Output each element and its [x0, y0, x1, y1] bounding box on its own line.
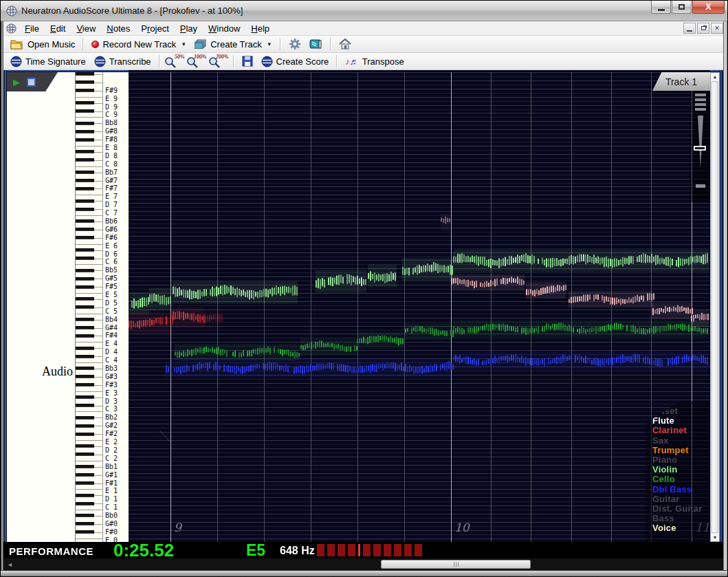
piano-key-black[interactable]	[76, 465, 94, 468]
piano-key-black[interactable]	[76, 101, 94, 105]
play-button[interactable]: ▶	[13, 77, 20, 87]
piano-key-black[interactable]	[76, 109, 94, 113]
piano-key-black[interactable]	[76, 424, 94, 428]
piano-key-black[interactable]	[76, 89, 94, 92]
menu-item-play[interactable]: Play	[175, 22, 203, 35]
home-button[interactable]	[335, 37, 355, 51]
piano-key-black[interactable]	[76, 473, 94, 477]
open-music-button[interactable]: Open Music	[6, 38, 79, 51]
piano-key-black[interactable]	[76, 404, 94, 407]
time-signature-button[interactable]: Time Signature	[6, 54, 90, 69]
piano-key-black[interactable]	[76, 277, 94, 281]
piano-key-black[interactable]	[76, 130, 94, 133]
help-book-button[interactable]	[305, 37, 327, 51]
legend-item-piano[interactable]: Piano	[652, 455, 710, 465]
create-track-button[interactable]: Create Track ▼	[190, 38, 276, 51]
minimize-button[interactable]	[651, 1, 671, 14]
stop-button[interactable]	[27, 78, 36, 87]
piano-key-black[interactable]	[76, 453, 94, 456]
piano-key-black[interactable]	[76, 248, 94, 252]
playback-fader[interactable]	[691, 91, 710, 202]
piano-key-black[interactable]	[76, 236, 94, 239]
close-button[interactable]: X	[692, 1, 725, 14]
fader-handle[interactable]	[694, 146, 706, 151]
piano-key-black[interactable]	[76, 257, 94, 260]
title-bar[interactable]: Neuratron AudioScore Ultimate 8 - [Proko…	[1, 1, 728, 21]
piano-key-black[interactable]	[76, 297, 94, 301]
legend-item-flute[interactable]: Flute	[652, 416, 710, 426]
horizontal-scrollbar-thumb[interactable]	[381, 560, 531, 569]
piano-key-black[interactable]	[76, 522, 94, 525]
record-new-track-button[interactable]: Record New Track ▼	[87, 38, 190, 51]
piano-key-black[interactable]	[76, 158, 94, 162]
scroll-left-icon[interactable]: ◄	[7, 561, 13, 568]
piano-key-black[interactable]	[76, 433, 94, 436]
piano-key-black[interactable]	[76, 375, 94, 378]
horizontal-scrollbar[interactable]: ◄	[3, 558, 723, 570]
legend-item-dist-guitar[interactable]: Dist. Guitar	[652, 504, 710, 514]
maximize-button[interactable]	[672, 1, 692, 14]
piano-key-black[interactable]	[76, 334, 94, 338]
zoom-100percent-button[interactable]: 100%	[186, 54, 207, 69]
piano-key-black[interactable]	[76, 285, 94, 289]
piano-key-black[interactable]	[76, 326, 94, 329]
transcribe-button[interactable]: Transcribe	[90, 54, 155, 69]
menu-item-edit[interactable]: Edit	[45, 22, 71, 35]
piano-key-black[interactable]	[76, 122, 94, 125]
piano-key-black[interactable]	[76, 416, 94, 420]
legend-item-trumpet[interactable]: Trumpet	[652, 446, 710, 455]
menu-item-view[interactable]: View	[71, 22, 101, 35]
legend-item-dbl-bass[interactable]: Dbl Bass	[652, 485, 710, 494]
piano-key-black[interactable]	[76, 514, 94, 517]
piano-key-black[interactable]	[76, 138, 94, 142]
legend-item-sax[interactable]: Sax	[652, 436, 710, 446]
menu-item-project[interactable]: Project	[135, 22, 174, 35]
piano-key-black[interactable]	[76, 179, 94, 182]
menu-item-window[interactable]: Window	[203, 22, 245, 35]
piano-roll-canvas[interactable]	[129, 72, 710, 542]
piano-key-black[interactable]	[76, 494, 94, 497]
legend-item-cello[interactable]: Cello	[652, 475, 710, 484]
legend-item-guitar[interactable]: Guitar	[652, 494, 710, 504]
save-button[interactable]	[238, 54, 257, 68]
piano-key-black[interactable]	[76, 199, 94, 203]
legend-item-clarinet[interactable]: Clarinet	[652, 426, 710, 435]
piano-keyboard[interactable]	[75, 72, 102, 542]
document-restore-button[interactable]	[697, 23, 709, 34]
piano-key-black[interactable]	[76, 187, 94, 190]
scroll-up-icon[interactable]: ▲	[711, 74, 719, 79]
document-close-button[interactable]: ✕	[711, 23, 723, 34]
menu-item-notes[interactable]: Notes	[101, 22, 135, 35]
document-icon[interactable]	[6, 23, 16, 34]
legend-item-voice[interactable]: Voice	[652, 523, 710, 533]
vertical-scrollbar[interactable]: ▲ ▼	[710, 72, 720, 542]
track-tab[interactable]: Track 1	[652, 72, 710, 91]
piano-key-black[interactable]	[76, 318, 94, 321]
piano-key-black[interactable]	[76, 444, 94, 448]
piano-key-black[interactable]	[76, 72, 94, 76]
zoom-200percent-button[interactable]: 200%	[208, 54, 229, 69]
piano-key-black[interactable]	[76, 502, 94, 505]
piano-key-black[interactable]	[76, 80, 94, 84]
piano-key-black[interactable]	[76, 171, 94, 174]
scroll-down-icon[interactable]: ▼	[711, 535, 719, 540]
piano-key-black[interactable]	[76, 208, 94, 211]
piano-key-black[interactable]	[76, 395, 94, 399]
transpose-button[interactable]: ♪♬ Transpose	[341, 55, 408, 68]
piano-key-black[interactable]	[76, 367, 94, 370]
chevron-down-icon[interactable]: ▼	[267, 41, 272, 47]
create-score-button[interactable]: Create Score	[257, 54, 333, 69]
piano-key-black[interactable]	[76, 228, 94, 231]
piano-key-black[interactable]	[76, 305, 94, 309]
chevron-down-icon[interactable]: ▼	[181, 41, 186, 47]
menu-item-help[interactable]: Help	[245, 22, 275, 35]
legend-item-bass[interactable]: Bass	[652, 514, 710, 523]
piano-key-black[interactable]	[76, 269, 94, 272]
document-minimize-button[interactable]	[683, 23, 696, 34]
legend-item-violin[interactable]: Violin	[652, 465, 710, 475]
vertical-scrollbar-thumb[interactable]	[712, 81, 718, 533]
piano-key-black[interactable]	[76, 530, 94, 534]
menu-item-file[interactable]: File	[19, 22, 45, 35]
piano-key-black[interactable]	[76, 481, 94, 485]
options-button[interactable]	[285, 36, 305, 52]
